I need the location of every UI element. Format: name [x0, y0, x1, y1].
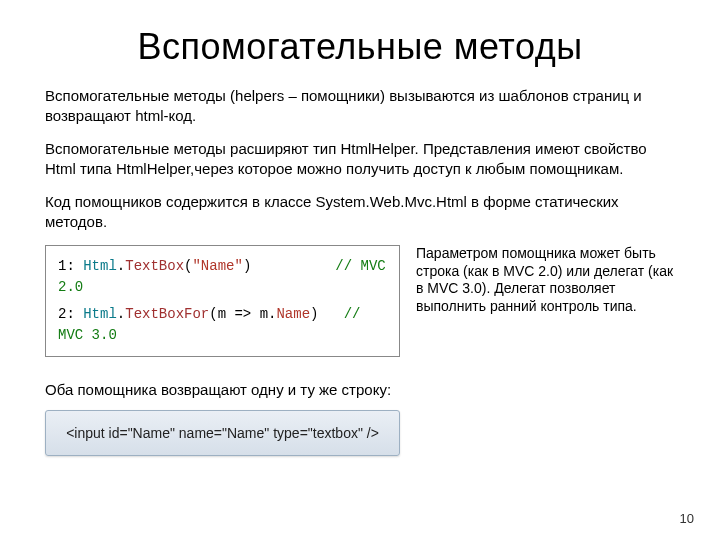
line-number: 2:: [58, 306, 83, 322]
code-method: TextBoxFor: [125, 306, 209, 322]
line-number: 1:: [58, 258, 83, 274]
paragraph-3: Код помощников содержится в классе Syste…: [45, 192, 675, 231]
code-row: 1: Html.TextBox("Name") // MVC 2.0 2: Ht…: [45, 245, 675, 357]
code-line-1: 1: Html.TextBox("Name") // MVC 2.0: [58, 256, 387, 298]
slide: Вспомогательные методы Вспомогательные м…: [0, 0, 720, 540]
code-class: Html: [83, 258, 117, 274]
code-class: Html: [83, 306, 117, 322]
code-block: 1: Html.TextBox("Name") // MVC 2.0 2: Ht…: [45, 245, 400, 357]
code-method: TextBox: [125, 258, 184, 274]
page-title: Вспомогательные методы: [45, 26, 675, 68]
paragraph-1: Вспомогательные методы (helpers – помощн…: [45, 86, 675, 125]
code-string: "Name": [192, 258, 242, 274]
page-number: 10: [680, 511, 694, 526]
side-note: Параметром помощника может быть строка (…: [416, 245, 675, 357]
paragraph-2: Вспомогательные методы расширяют тип Htm…: [45, 139, 675, 178]
code-property: Name: [276, 306, 310, 322]
output-label: Оба помощника возвращают одну и ту же ст…: [45, 381, 675, 398]
output-box: <input id="Name" name="Name" type="textb…: [45, 410, 400, 456]
code-line-2: 2: Html.TextBoxFor(m => m.Name) // MVC 3…: [58, 304, 387, 346]
